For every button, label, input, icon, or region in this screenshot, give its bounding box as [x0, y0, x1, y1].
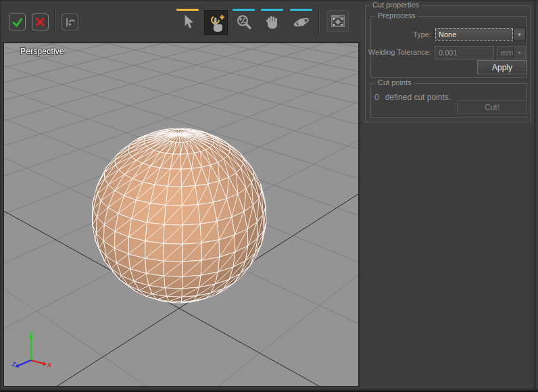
go-to-start-button[interactable] [62, 14, 78, 30]
type-combobox-arrow[interactable]: ▼ [513, 28, 525, 41]
cut-points-count-row: 0defined cut points. [374, 93, 451, 102]
unit-combobox[interactable]: mm ▼ [497, 46, 526, 59]
cut-points-title: Cut points [375, 78, 414, 87]
arrow-to-start-icon [64, 16, 76, 28]
hand-icon [264, 14, 280, 30]
orbit-tool-button[interactable] [290, 11, 312, 34]
frame-extents-button[interactable] [327, 10, 349, 32]
toolbar-separator [54, 8, 55, 34]
touch-add-icon [207, 14, 225, 32]
viewport-canvas[interactable] [4, 43, 358, 386]
saturn-planet-icon [293, 14, 310, 30]
toolbar-separator-2 [318, 8, 319, 34]
window-bottom-edge [0, 389, 538, 392]
cut-button[interactable]: Cut! [457, 100, 527, 114]
type-combobox-value[interactable]: None [435, 28, 513, 41]
welding-tolerance-input[interactable] [435, 46, 494, 59]
unit-combobox-arrow[interactable]: ▼ [513, 47, 525, 59]
window-right-edge [534, 0, 536, 392]
window-left-edge [0, 0, 1, 392]
window-top-edge [0, 0, 538, 1]
unit-combobox-value[interactable]: mm [497, 47, 513, 59]
pan-tool-button[interactable] [261, 11, 283, 34]
cursor-arrow-icon [180, 14, 195, 30]
cancel-button[interactable] [32, 14, 49, 30]
check-icon [11, 16, 24, 28]
cut-points-count: 0 [374, 93, 379, 102]
cross-icon [34, 16, 46, 28]
welding-tolerance-label: Welding Tolerance: [368, 48, 431, 56]
type-combobox[interactable]: None ▼ [435, 28, 526, 41]
magnifier-plus-minus-icon [236, 14, 252, 30]
pick-point-tool-button[interactable] [204, 10, 228, 35]
type-label: Type: [373, 30, 431, 39]
viewport-mode-label: Perspective [20, 47, 64, 56]
viewport-3d[interactable]: Perspective [3, 42, 360, 387]
cut-properties-title: Cut properties [370, 1, 422, 9]
zoom-tool-button[interactable] [233, 11, 255, 34]
preprocess-title: Preprocess [375, 11, 418, 20]
select-tool-button[interactable] [176, 11, 199, 34]
chevron-down-icon: ▼ [517, 32, 522, 38]
cut-points-count-text: defined cut points. [385, 93, 451, 102]
chevron-down-icon: ▼ [517, 50, 522, 56]
confirm-button[interactable] [9, 14, 26, 30]
apply-button[interactable]: Apply [477, 60, 527, 74]
frame-window-icon [330, 14, 346, 28]
